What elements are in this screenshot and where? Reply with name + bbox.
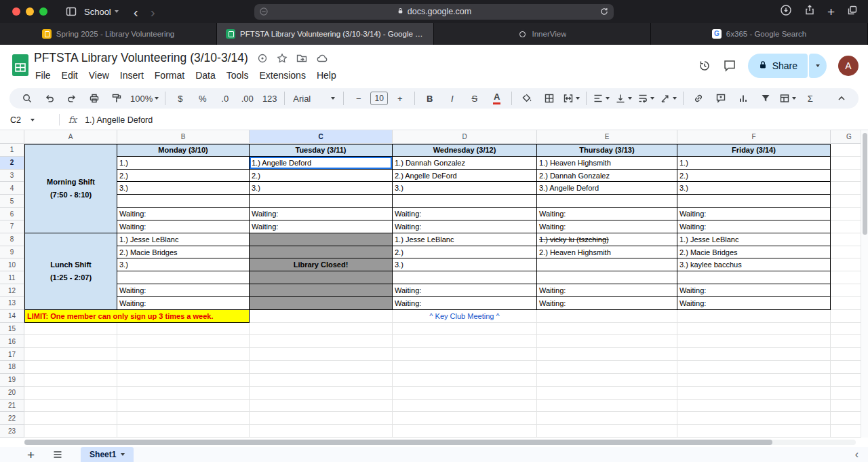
cell-A16[interactable]	[24, 335, 117, 348]
cell-F21[interactable]	[677, 400, 831, 412]
cell-E6[interactable]: Waiting:	[537, 208, 677, 220]
vertical-scrollbar[interactable]	[861, 130, 868, 438]
zoom-window-button[interactable]	[39, 7, 47, 16]
cell-C16[interactable]	[250, 335, 393, 348]
cell-E2[interactable]: 1.) Heaven Highsmith	[537, 157, 677, 170]
row-header-13[interactable]: 13	[0, 297, 24, 310]
new-tab-button[interactable]: +	[827, 5, 835, 18]
cell-D12[interactable]: Waiting:	[393, 284, 537, 297]
sheet-tab-sheet1[interactable]: Sheet1	[81, 447, 134, 462]
menu-tools[interactable]: Tools	[221, 69, 254, 82]
cell-C19[interactable]	[250, 374, 393, 387]
cell-B11[interactable]	[117, 271, 250, 284]
add-sheet-button[interactable]: +	[27, 448, 35, 461]
text-wrapping-button[interactable]	[635, 90, 656, 107]
all-sheets-icon[interactable]	[52, 449, 63, 460]
increase-font-size-button[interactable]: +	[389, 90, 410, 107]
menu-insert[interactable]: Insert	[115, 69, 149, 82]
cell-F12[interactable]: Waiting:	[677, 284, 831, 297]
share-icon[interactable]	[804, 4, 816, 19]
cell-E17[interactable]	[537, 348, 677, 361]
cell-A14[interactable]: LIMIT: One member can only sign up 3 tim…	[24, 310, 250, 323]
redo-button[interactable]	[61, 90, 82, 107]
cell-A15[interactable]	[24, 323, 117, 336]
row-header-19[interactable]: 19	[0, 374, 24, 387]
version-history-icon[interactable]	[698, 59, 711, 73]
column-header-E[interactable]: E	[537, 130, 677, 144]
horizontal-scrollbar-thumb[interactable]	[24, 440, 772, 445]
cell-F5[interactable]	[677, 195, 831, 208]
row-header-4[interactable]: 4	[0, 182, 24, 195]
forward-button[interactable]: ›	[151, 5, 155, 19]
vertical-align-button[interactable]	[613, 90, 634, 107]
paint-format-button[interactable]	[106, 90, 127, 107]
cell-F10[interactable]: 3.) kaylee bacchus	[677, 258, 831, 271]
row-header-20[interactable]: 20	[0, 387, 24, 400]
browser-tab[interactable]: G6x365 - Google Search	[651, 23, 868, 45]
tab-overview-icon[interactable]	[846, 4, 859, 19]
format-currency-button[interactable]: $	[170, 90, 191, 107]
grid-corner[interactable]	[0, 130, 24, 144]
cell-F7[interactable]: Waiting:	[677, 220, 831, 233]
cell-C6[interactable]: Waiting:	[250, 208, 393, 220]
horizontal-align-button[interactable]	[591, 90, 612, 107]
row-header-23[interactable]: 23	[0, 425, 24, 438]
table-views-button[interactable]	[777, 90, 798, 107]
cell-C10[interactable]: Library Closed!	[250, 258, 393, 271]
formula-input[interactable]: 1.) Angelle Deford	[85, 115, 153, 125]
move-folder-icon[interactable]	[296, 53, 307, 64]
cell-E1[interactable]: Thursday (3/13)	[537, 144, 677, 157]
browser-tab[interactable]: InnerView	[434, 23, 651, 45]
row-header-11[interactable]: 11	[0, 271, 24, 284]
cell-C20[interactable]	[250, 387, 393, 400]
font-size-input[interactable]: 10	[370, 92, 388, 105]
row-header-1[interactable]: 1	[0, 144, 24, 157]
cell-B7[interactable]: Waiting:	[117, 220, 250, 233]
cell-C5[interactable]	[250, 195, 393, 208]
print-button[interactable]	[83, 90, 104, 107]
create-filter-button[interactable]	[755, 90, 776, 107]
collapse-toolbar-button[interactable]	[831, 90, 852, 107]
cell-E20[interactable]	[537, 387, 677, 400]
cell-E13[interactable]: Waiting:	[537, 297, 677, 310]
cell-C22[interactable]	[250, 412, 393, 425]
close-window-button[interactable]	[12, 7, 20, 16]
insert-link-button[interactable]	[688, 90, 709, 107]
cell-E4[interactable]: 3.) Angelle Deford	[537, 182, 677, 195]
fill-color-button[interactable]	[516, 90, 537, 107]
cell-C3[interactable]: 2.)	[250, 170, 393, 182]
row-header-6[interactable]: 6	[0, 208, 24, 220]
cell-B6[interactable]: Waiting:	[117, 208, 250, 220]
cell-F18[interactable]	[677, 361, 831, 374]
cell-C12[interactable]	[250, 284, 393, 297]
insert-chart-button[interactable]	[732, 90, 753, 107]
sheets-logo-icon[interactable]	[12, 54, 29, 77]
cell-A23[interactable]	[24, 425, 117, 438]
cell-F20[interactable]	[677, 387, 831, 400]
cell-D20[interactable]	[393, 387, 537, 400]
horizontal-scrollbar[interactable]	[24, 440, 856, 445]
cell-D7[interactable]: Waiting:	[393, 220, 537, 233]
cell-B17[interactable]	[117, 348, 250, 361]
menu-extensions[interactable]: Extensions	[254, 69, 311, 82]
cell-C23[interactable]	[250, 425, 393, 438]
text-color-button[interactable]: A	[486, 90, 507, 107]
row-header-3[interactable]: 3	[0, 170, 24, 182]
row-header-17[interactable]: 17	[0, 348, 24, 361]
cell-D23[interactable]	[393, 425, 537, 438]
cell-C18[interactable]	[250, 361, 393, 374]
cell-F19[interactable]	[677, 374, 831, 387]
menu-format[interactable]: Format	[149, 69, 190, 82]
cell-D2[interactable]: 1.) Dannah Gonzalez	[393, 157, 537, 170]
column-header-A[interactable]: A	[24, 130, 117, 144]
cell-F16[interactable]	[677, 335, 831, 348]
column-header-B[interactable]: B	[117, 130, 250, 144]
cell-A17[interactable]	[24, 348, 117, 361]
column-header-D[interactable]: D	[393, 130, 537, 144]
row-header-12[interactable]: 12	[0, 284, 24, 297]
menu-edit[interactable]: Edit	[56, 69, 83, 82]
undo-button[interactable]	[39, 90, 60, 107]
cell-D22[interactable]	[393, 412, 537, 425]
cell-B20[interactable]	[117, 387, 250, 400]
cell-B13[interactable]: Waiting:	[117, 297, 250, 310]
